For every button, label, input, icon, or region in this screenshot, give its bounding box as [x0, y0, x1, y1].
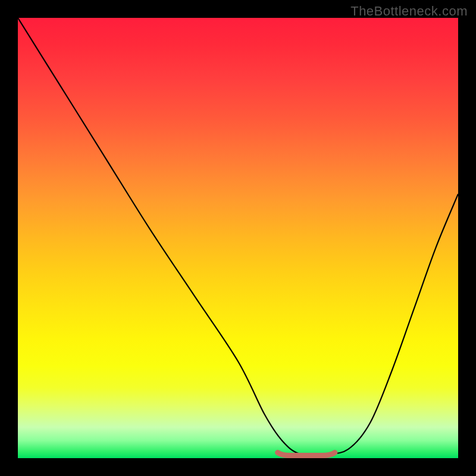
plot-area — [18, 18, 458, 458]
watermark-text: TheBottleneck.com — [350, 4, 468, 19]
chart-svg — [18, 18, 458, 458]
plateau-segment — [278, 453, 335, 456]
bottleneck-curve — [18, 18, 458, 455]
chart-frame: TheBottleneck.com — [0, 0, 476, 476]
